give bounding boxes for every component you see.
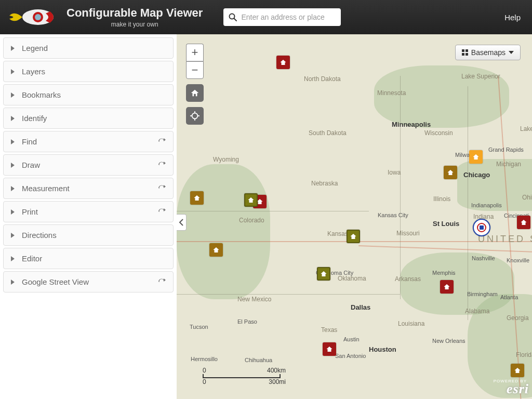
svg-point-7 bbox=[192, 113, 198, 119]
caret-right-icon bbox=[11, 44, 15, 52]
basemaps-button[interactable]: Basemaps bbox=[455, 45, 521, 60]
grid-icon bbox=[462, 49, 468, 56]
caret-right-icon bbox=[11, 207, 15, 216]
search-box[interactable] bbox=[223, 8, 341, 26]
map-marker[interactable] bbox=[317, 267, 330, 281]
svg-rect-6 bbox=[480, 225, 484, 230]
sidebar-item-label: Bookmarks bbox=[22, 90, 166, 99]
map-marker[interactable] bbox=[244, 193, 258, 207]
zoom-in-button[interactable]: + bbox=[186, 44, 204, 61]
caret-right-icon bbox=[11, 277, 15, 286]
caret-right-icon bbox=[11, 137, 15, 146]
sidebar-item-editor[interactable]: Editor bbox=[3, 248, 174, 269]
sidebar-item-print[interactable]: Print bbox=[3, 201, 174, 222]
undock-icon[interactable] bbox=[158, 184, 166, 193]
caret-right-icon bbox=[11, 161, 15, 169]
sidebar-item-label: Legend bbox=[22, 44, 166, 52]
app-logo bbox=[9, 5, 56, 29]
sidebar-item-label: Google Street View bbox=[22, 277, 158, 286]
map-marker[interactable] bbox=[511, 364, 524, 377]
svg-rect-13 bbox=[466, 49, 468, 52]
home-icon bbox=[190, 88, 200, 98]
map-marker[interactable] bbox=[473, 219, 490, 236]
map-marker[interactable] bbox=[444, 166, 457, 179]
sidebar-item-label: Print bbox=[22, 207, 158, 216]
map-marker[interactable] bbox=[517, 216, 530, 229]
locate-icon bbox=[190, 111, 200, 121]
undock-icon[interactable] bbox=[158, 207, 166, 216]
sidebar-item-identify[interactable]: Identify bbox=[3, 108, 174, 129]
title-block: Configurable Map Viewer make it your own bbox=[66, 6, 203, 28]
sidebar-item-legend[interactable]: Legend bbox=[3, 37, 174, 59]
map-marker[interactable] bbox=[469, 150, 483, 164]
locate-button[interactable] bbox=[186, 107, 204, 125]
sidebar-item-google-street-view[interactable]: Google Street View bbox=[3, 271, 174, 292]
sidebar-item-directions[interactable]: Directions bbox=[3, 224, 174, 246]
svg-line-4 bbox=[234, 19, 237, 21]
sidebar-item-label: Directions bbox=[22, 231, 166, 240]
attribution-logo: esri bbox=[507, 381, 529, 397]
sidebar-item-draw[interactable]: Draw bbox=[3, 154, 174, 176]
search-input[interactable] bbox=[241, 13, 336, 21]
sidebar-item-bookmarks[interactable]: Bookmarks bbox=[3, 84, 174, 105]
sidebar-item-label: Find bbox=[22, 137, 158, 146]
caret-right-icon bbox=[11, 67, 15, 76]
caret-right-icon bbox=[11, 231, 15, 240]
basemaps-label: Basemaps bbox=[471, 48, 506, 57]
help-link[interactable]: Help bbox=[504, 13, 521, 22]
sidebar: LegendLayersBookmarksIdentifyFindDrawMea… bbox=[0, 34, 177, 399]
map-marker[interactable] bbox=[209, 243, 223, 257]
map-marker[interactable] bbox=[323, 342, 336, 356]
undock-icon[interactable] bbox=[158, 161, 166, 169]
caret-down-icon bbox=[509, 51, 514, 54]
map-marker[interactable] bbox=[347, 230, 360, 243]
sidebar-item-label: Measurement bbox=[22, 184, 158, 193]
header: Configurable Map Viewer make it your own… bbox=[0, 0, 532, 34]
svg-rect-12 bbox=[462, 49, 464, 52]
home-extent-button[interactable] bbox=[186, 84, 204, 102]
caret-right-icon bbox=[11, 254, 15, 263]
sidebar-item-label: Editor bbox=[22, 254, 166, 263]
sidebar-item-find[interactable]: Find bbox=[3, 131, 174, 152]
map-marker[interactable] bbox=[190, 191, 204, 205]
svg-rect-15 bbox=[466, 53, 468, 56]
scalebar: 0400km 0300mi bbox=[203, 367, 286, 385]
zoom-controls: + − bbox=[186, 44, 204, 125]
map-marker[interactable] bbox=[276, 56, 290, 69]
svg-point-2 bbox=[35, 14, 41, 20]
caret-right-icon bbox=[11, 90, 15, 99]
sidebar-item-label: Identify bbox=[22, 114, 166, 123]
app-subtitle: make it your own bbox=[66, 21, 203, 28]
basemap-bg bbox=[177, 34, 532, 399]
sidebar-item-label: Layers bbox=[22, 67, 166, 76]
sidebar-item-measurement[interactable]: Measurement bbox=[3, 178, 174, 199]
zoom-out-button[interactable]: − bbox=[186, 61, 204, 79]
app-title: Configurable Map Viewer bbox=[66, 6, 203, 20]
caret-right-icon bbox=[11, 114, 15, 123]
map-marker[interactable] bbox=[440, 280, 454, 294]
undock-icon[interactable] bbox=[158, 137, 166, 146]
caret-right-icon bbox=[11, 184, 15, 193]
search-icon bbox=[229, 13, 237, 21]
svg-rect-14 bbox=[462, 53, 464, 56]
sidebar-item-label: Draw bbox=[22, 161, 158, 169]
sidebar-collapse-handle[interactable] bbox=[177, 214, 187, 231]
map-canvas[interactable]: UNITED STATES North DakotaSouth DakotaNe… bbox=[177, 34, 532, 399]
chevron-left-icon bbox=[179, 219, 184, 226]
sidebar-item-layers[interactable]: Layers bbox=[3, 61, 174, 82]
undock-icon[interactable] bbox=[158, 277, 166, 286]
